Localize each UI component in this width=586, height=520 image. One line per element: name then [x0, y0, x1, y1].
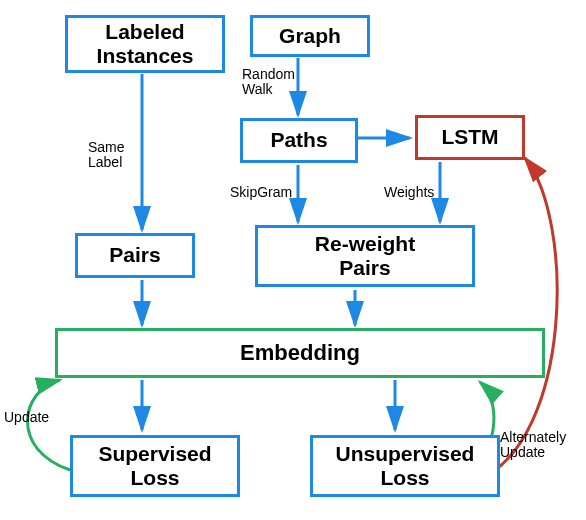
label-weights: Weights [384, 185, 434, 200]
node-paths: Paths [240, 118, 358, 163]
label-skipgram: SkipGram [230, 185, 292, 200]
node-labeled-instances: Labeled Instances [65, 15, 225, 73]
label-random-walk: Random Walk [242, 67, 295, 98]
label-same-label: Same Label [88, 140, 125, 171]
node-graph: Graph [250, 15, 370, 57]
node-lstm: LSTM [415, 115, 525, 160]
label-update: Update [4, 410, 49, 425]
node-reweight-pairs: Re-weight Pairs [255, 225, 475, 287]
node-pairs: Pairs [75, 233, 195, 278]
node-supervised-loss: Supervised Loss [70, 435, 240, 497]
label-alt-update: Alternately Update [500, 430, 566, 461]
node-unsupervised-loss: Unsupervised Loss [310, 435, 500, 497]
node-embedding: Embedding [55, 328, 545, 378]
